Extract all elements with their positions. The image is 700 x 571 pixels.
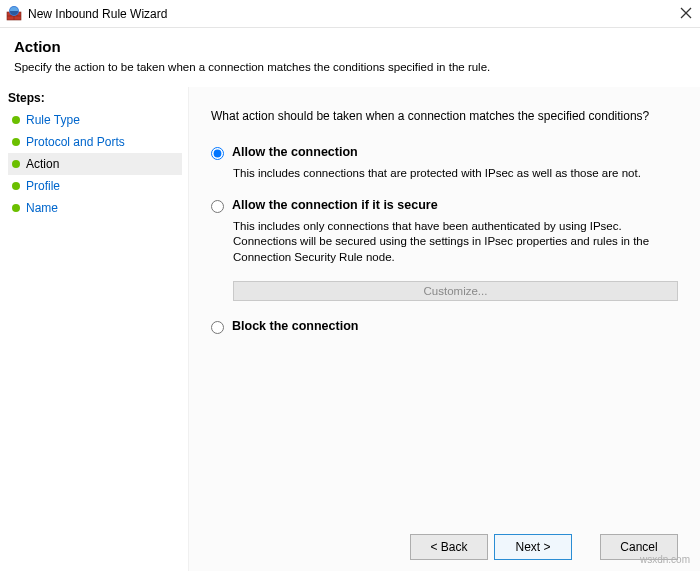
bullet-icon [12, 116, 20, 124]
option-allow-desc: This includes connections that are prote… [233, 166, 663, 182]
step-label: Rule Type [26, 113, 80, 127]
radio-allow[interactable] [211, 147, 224, 160]
step-action[interactable]: Action [8, 153, 182, 175]
bullet-icon [12, 204, 20, 212]
radio-block[interactable] [211, 321, 224, 334]
step-rule-type[interactable]: Rule Type [8, 109, 182, 131]
content-prompt: What action should be taken when a conne… [211, 109, 678, 123]
bullet-icon [12, 182, 20, 190]
close-button[interactable] [652, 6, 692, 22]
wizard-header: Action Specify the action to be taken wh… [0, 28, 700, 87]
step-label: Protocol and Ports [26, 135, 125, 149]
titlebar: New Inbound Rule Wizard [0, 0, 700, 28]
wizard-footer: < Back Next > Cancel [211, 526, 678, 566]
bullet-icon [12, 138, 20, 146]
watermark: wsxdn.com [640, 554, 690, 565]
option-allow-secure-desc: This includes only connections that have… [233, 219, 663, 266]
option-allow-label[interactable]: Allow the connection [232, 145, 358, 159]
radio-allow-secure[interactable] [211, 200, 224, 213]
page-subtitle: Specify the action to be taken when a co… [14, 61, 686, 73]
spacer [578, 534, 594, 560]
titlebar-left: New Inbound Rule Wizard [6, 6, 167, 22]
step-label: Profile [26, 179, 60, 193]
step-label: Action [26, 157, 59, 171]
option-allow[interactable]: Allow the connection [211, 145, 678, 160]
option-block[interactable]: Block the connection [211, 319, 678, 334]
step-name[interactable]: Name [8, 197, 182, 219]
step-protocol-and-ports[interactable]: Protocol and Ports [8, 131, 182, 153]
option-block-label[interactable]: Block the connection [232, 319, 358, 333]
customize-button: Customize... [233, 281, 678, 301]
option-allow-secure[interactable]: Allow the connection if it is secure [211, 198, 678, 213]
back-button[interactable]: < Back [410, 534, 488, 560]
step-profile[interactable]: Profile [8, 175, 182, 197]
steps-sidebar: Steps: Rule Type Protocol and Ports Acti… [0, 87, 188, 571]
bullet-icon [12, 160, 20, 168]
firewall-icon [6, 6, 22, 22]
steps-label: Steps: [8, 91, 182, 105]
next-button[interactable]: Next > [494, 534, 572, 560]
step-label: Name [26, 201, 58, 215]
content-panel: What action should be taken when a conne… [188, 87, 700, 571]
page-title: Action [14, 38, 686, 55]
window-title: New Inbound Rule Wizard [28, 7, 167, 21]
option-allow-secure-label[interactable]: Allow the connection if it is secure [232, 198, 438, 212]
